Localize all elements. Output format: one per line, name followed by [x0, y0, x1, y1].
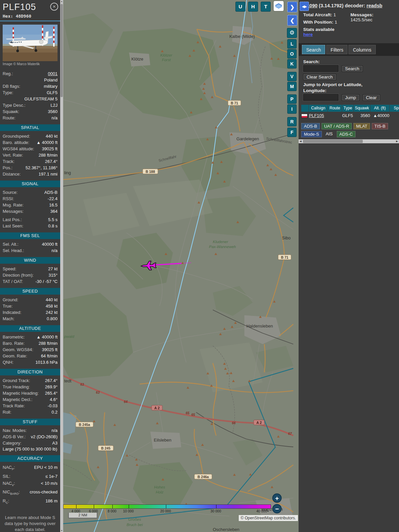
- registration-info: Reg.:0001PolandDB flags:militaryType:GLF…: [0, 70, 60, 121]
- zoom-in-button[interactable]: +: [272, 493, 282, 503]
- legend-tick: [112, 505, 113, 508]
- map-button-i[interactable]: I: [287, 104, 297, 114]
- forest-label: pwald: [64, 334, 74, 338]
- map[interactable]: B 71B 188B 71B 245aB 245B 246aA 2A 2 Kal…: [63, 0, 299, 532]
- tab-search[interactable]: Search: [302, 45, 325, 54]
- data-row: Nav. Modes:n/a: [0, 427, 60, 434]
- town-label: Klötze: [131, 57, 143, 62]
- scrollbar-thumb[interactable]: [61, 4, 63, 97]
- data-row-label: Distance:: [3, 171, 21, 177]
- scroll-right-icon[interactable]: ▶: [395, 139, 399, 143]
- aircraft-photo[interactable]: [3, 25, 58, 61]
- map-button-t[interactable]: T: [261, 2, 271, 12]
- column-header-Route[interactable]: Route: [328, 105, 342, 112]
- scroll-up-icon[interactable]: ▲: [60, 0, 63, 2]
- clear-search-button[interactable]: Clear Search: [303, 74, 336, 80]
- map-button-m[interactable]: M: [287, 82, 297, 91]
- close-icon[interactable]: ✕: [50, 3, 58, 11]
- sidebar-width-toggle[interactable]: ◀▶: [300, 2, 309, 11]
- data-row-value: ▲ 40000 ft: [37, 139, 58, 146]
- legend-tick-label: 40 000+: [256, 509, 269, 513]
- aircraft-list-sidebar: tar1090 (3.14.1792) decoder: readsb ◀▶ T…: [299, 0, 399, 532]
- filter-ais[interactable]: AIS: [324, 131, 335, 137]
- mode-s-note: Learn more about Mode S data type by hov…: [2, 515, 58, 532]
- readsb-link[interactable]: readsb: [366, 3, 382, 8]
- filter-ads-b[interactable]: ADS-B: [301, 123, 320, 129]
- map-button-o[interactable]: O: [287, 49, 297, 59]
- column-header-flag[interactable]: [301, 105, 309, 112]
- road-badge-label: B 245a: [79, 423, 90, 427]
- map-button-u[interactable]: U: [235, 2, 245, 12]
- column-header-Alt. (ft)[interactable]: Alt. (ft): [370, 105, 389, 112]
- filter-mlat[interactable]: MLAT: [353, 123, 370, 129]
- search-button[interactable]: Search: [342, 66, 363, 72]
- town-label: Oschersleben: [213, 527, 239, 532]
- table-horizontal-scrollbar[interactable]: ◀ ▶: [299, 139, 399, 143]
- section-header: DIRECTION: [0, 369, 60, 375]
- data-row: Direction (from):315°: [0, 272, 60, 278]
- data-row: Indicated:242 kt: [0, 309, 60, 316]
- hscroll-thumb[interactable]: [303, 140, 363, 143]
- data-row-label: Groundspeed:: [3, 133, 30, 139]
- column-header-Callsign[interactable]: Callsign: [309, 105, 328, 112]
- map-button-h[interactable]: H: [248, 2, 258, 12]
- data-row-value: 0.8 s: [48, 223, 58, 229]
- map-button-l[interactable]: L: [287, 39, 297, 49]
- left-panel-scrollbar[interactable]: ▲ ▼: [60, 0, 63, 532]
- scroll-down-icon[interactable]: ▼: [60, 530, 63, 532]
- callsign-link[interactable]: PLF105: [309, 113, 324, 118]
- data-row-label: NACP:: [3, 464, 15, 473]
- filter-tis-b[interactable]: TIS-B: [372, 123, 388, 129]
- map-button-f[interactable]: F: [287, 128, 297, 137]
- filter-uat-ads-r[interactable]: UAT / ADS-R: [322, 123, 352, 129]
- map-button-k[interactable]: K: [287, 59, 297, 68]
- layer-switcher-button[interactable]: [274, 1, 284, 11]
- image-credit: Image © Marco Materlik: [3, 62, 58, 66]
- hex-code: Hex: 48D960: [3, 14, 58, 19]
- data-row-value: 440 kt: [46, 297, 58, 303]
- search-input[interactable]: [303, 65, 338, 72]
- jump-label-line2: Longitude:: [303, 88, 399, 93]
- data-row: Route:n/a: [0, 115, 60, 121]
- tab-filters[interactable]: Filters: [326, 45, 347, 54]
- zoom-out-button[interactable]: −: [272, 504, 282, 513]
- data-row: Baro. Rate:288 ft/min: [0, 340, 60, 346]
- jump-input[interactable]: [303, 94, 338, 101]
- tab-columns[interactable]: Columns: [348, 45, 375, 54]
- stats-here-link[interactable]: here: [303, 32, 313, 37]
- scroll-left-icon[interactable]: ◀: [299, 139, 303, 143]
- column-header-Type[interactable]: Type: [342, 105, 353, 112]
- forest-label: Großes: [128, 517, 141, 521]
- data-row-value: ADS-B: [44, 189, 58, 196]
- data-row-label: Direction (from):: [3, 272, 34, 278]
- column-header-Squawk[interactable]: Squawk: [354, 105, 370, 112]
- data-row-value[interactable]: 0001: [48, 70, 58, 77]
- data-row-label: Ground Track:: [3, 377, 30, 384]
- map-button-p[interactable]: P: [287, 94, 297, 104]
- data-row: Track:267.4°: [0, 158, 60, 165]
- road-badge: A 2: [152, 405, 162, 410]
- attribution-osm-link[interactable]: OpenStreetMap: [245, 516, 273, 520]
- column-header-Spd[interactable]: Spd: [390, 105, 399, 112]
- data-row-label: Reg.:: [3, 70, 13, 77]
- jump-clear-button[interactable]: Clear: [363, 94, 380, 101]
- data-row: Speed:27 kt: [0, 266, 60, 272]
- altitude-legend-bar: [63, 504, 271, 509]
- jump-button[interactable]: Jump: [342, 94, 359, 101]
- motorway-exit-number: 63: [96, 391, 100, 394]
- data-row-label: Category:: [3, 440, 21, 446]
- sidebar-expand-button[interactable]: ❯: [287, 2, 297, 12]
- map-button-r[interactable]: R: [287, 117, 297, 126]
- map-button-v[interactable]: V: [287, 72, 297, 81]
- table-row[interactable]: PLF105GLF53560▲40000: [301, 112, 399, 120]
- map-canvas[interactable]: B 71B 188B 71B 245aB 245B 246aA 2A 2 Kal…: [63, 0, 299, 532]
- panel-collapse-button[interactable]: ❮: [287, 15, 297, 26]
- data-row-value: GULFSTREAM 5: [24, 96, 58, 102]
- table-header-row: CallsignRouteTypeSquawkAlt. (ft)Spd: [301, 105, 399, 112]
- data-row-label: Source:: [3, 189, 18, 196]
- filter-mode-s[interactable]: Mode-S: [301, 131, 322, 137]
- data-row: Roll:0.2: [0, 409, 60, 415]
- filter-ads-c[interactable]: ADS-C: [337, 131, 355, 137]
- data-row-value: 269.9°: [45, 384, 58, 390]
- settings-button[interactable]: ⚙: [287, 28, 297, 38]
